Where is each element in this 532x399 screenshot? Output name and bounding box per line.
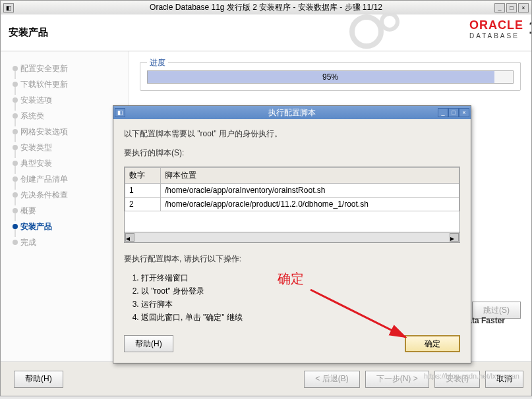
list-item: 以 "root" 身份登录 <box>141 286 460 297</box>
maximize-icon[interactable]: □ <box>506 3 517 13</box>
menu-icon[interactable]: ◧ <box>3 3 14 13</box>
scripts-table: 数字 脚本位置 1 /home/oracle/app/oraInventory/… <box>125 167 459 211</box>
main-window: 安装产品 ORACLE DATABASE 11g 配置安全更新 下载软件更新 安… <box>0 14 532 396</box>
progress-group: 进度 95% <box>140 62 521 91</box>
col-path: 脚本位置 <box>161 168 459 184</box>
wizard-footer: 帮助(H) < 后退(B) 下一步(N) > 安装(I) 取消 <box>1 361 531 396</box>
table-row[interactable]: 1 /home/oracle/app/oraInventory/orainstR… <box>125 184 459 198</box>
col-number: 数字 <box>125 168 161 184</box>
sidebar-item-summary: 概要 <box>6 203 123 219</box>
sidebar-item-grid-options: 网格安装选项 <box>6 124 123 140</box>
header: 安装产品 ORACLE DATABASE 11g <box>1 14 531 51</box>
oracle-logo: ORACLE DATABASE 11g <box>469 18 523 40</box>
scroll-right-icon[interactable]: ▸ <box>450 233 459 242</box>
progress-legend: 进度 <box>147 57 168 68</box>
logo-version: 11g <box>529 17 532 38</box>
wizard-sidebar: 配置安全更新 下载软件更新 安装选项 系统类 网格安装选项 安装类型 典型安装 … <box>1 51 129 361</box>
root-scripts-dialog: ◧ 执行配置脚本 _ □ × 以下配置脚本需要以 "root" 用户的身份执行。… <box>113 105 471 363</box>
help-button[interactable]: 帮助(H) <box>14 371 63 388</box>
window-title: Oracle Database 11g 发行版 2 安装程序 - 安装数据库 -… <box>150 2 382 13</box>
dialog-maximize-icon[interactable]: □ <box>448 108 459 117</box>
dialog-help-button[interactable]: 帮助(H) <box>124 335 173 352</box>
sidebar-item-install-type: 安装类型 <box>6 140 123 155</box>
minimize-icon[interactable]: _ <box>494 3 505 13</box>
svg-point-0 <box>352 17 381 46</box>
list-item: 打开终端窗口 <box>141 273 460 284</box>
dialog-menu-icon[interactable]: ◧ <box>115 108 125 117</box>
horizontal-scrollbar[interactable]: ◂ ▸ <box>124 232 460 243</box>
sidebar-item-typical-install: 典型安装 <box>6 155 123 171</box>
scripts-table-container: 数字 脚本位置 1 /home/oracle/app/oraInventory/… <box>124 167 460 232</box>
sidebar-item-system-class: 系统类 <box>6 108 123 124</box>
close-icon[interactable]: × <box>518 3 529 13</box>
svg-point-1 <box>382 14 398 30</box>
sidebar-item-install-product: 安装产品 <box>6 219 123 234</box>
cancel-button[interactable]: 取消 <box>485 371 523 388</box>
sidebar-item-finish: 完成 <box>6 234 123 250</box>
install-button: 安装(I) <box>434 371 480 388</box>
next-button: 下一步(N) > <box>365 371 429 388</box>
scroll-left-icon[interactable]: ◂ <box>125 233 134 242</box>
howto-steps-list: 打开终端窗口 以 "root" 身份登录 运行脚本 返回此窗口, 单击 "确定"… <box>141 273 460 323</box>
table-row[interactable]: 2 /home/oracle/app/oracle/product/11.2.0… <box>125 198 459 211</box>
logo-line1: ORACLE <box>469 18 523 32</box>
gear-graphic <box>327 14 406 51</box>
ok-button[interactable]: 确定 <box>405 335 460 352</box>
dialog-close-icon[interactable]: × <box>459 108 469 117</box>
sidebar-item-security-updates: 配置安全更新 <box>6 61 123 76</box>
progress-text: 95% <box>148 72 513 82</box>
sidebar-item-install-option: 安装选项 <box>6 92 123 108</box>
back-button: < 后退(B) <box>304 371 359 388</box>
page-title: 安装产品 <box>9 26 48 39</box>
dialog-titlebar: ◧ 执行配置脚本 _ □ × <box>113 106 471 119</box>
list-item: 返回此窗口, 单击 "确定" 继续 <box>141 312 460 323</box>
scripts-label: 要执行的脚本(S): <box>124 147 460 159</box>
howto-label: 要执行配置脚本, 请执行以下操作: <box>124 253 460 265</box>
dialog-body: 以下配置脚本需要以 "root" 用户的身份执行。 要执行的脚本(S): 数字 … <box>113 119 471 363</box>
sidebar-item-download-updates: 下载软件更新 <box>6 76 123 92</box>
sidebar-item-prereq-check: 先决条件检查 <box>6 187 123 203</box>
dialog-intro-text: 以下配置脚本需要以 "root" 用户的身份执行。 <box>124 128 460 140</box>
progress-bar: 95% <box>147 70 514 84</box>
main-window-titlebar: ◧ Oracle Database 11g 发行版 2 安装程序 - 安装数据库… <box>0 0 532 14</box>
logo-line2: DATABASE <box>469 32 523 40</box>
sidebar-item-create-inventory: 创建产品清单 <box>6 171 123 187</box>
dialog-minimize-icon[interactable]: _ <box>438 108 448 117</box>
dialog-title: 执行配置脚本 <box>268 107 316 119</box>
list-item: 运行脚本 <box>141 299 460 310</box>
